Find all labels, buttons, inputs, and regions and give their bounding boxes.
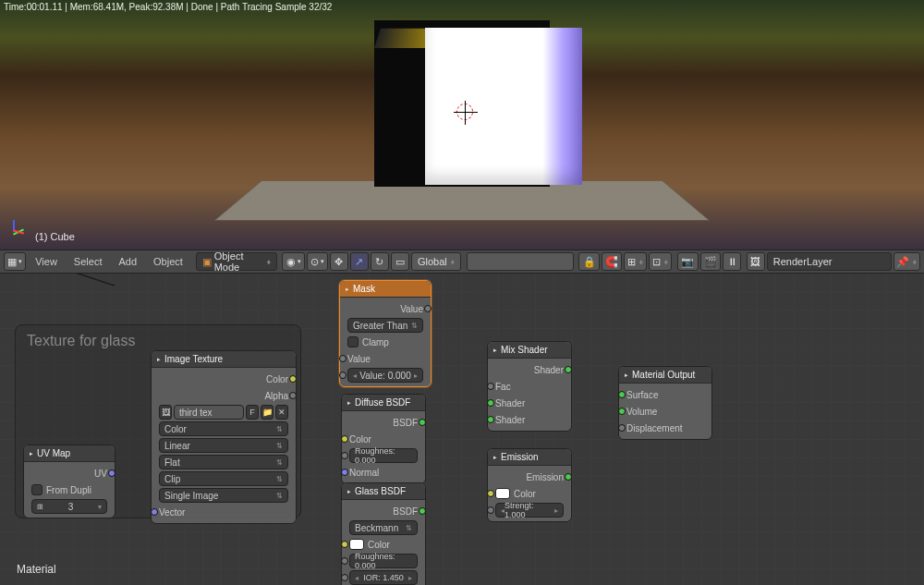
from-dupli-label: From Dupli xyxy=(46,485,91,495)
node-editor[interactable]: Texture for glass ▸UV Map UV From Dupli … xyxy=(0,274,924,585)
distribution-select[interactable]: Beckmann xyxy=(349,520,418,535)
image-name-field[interactable]: third tex xyxy=(174,405,244,420)
ground-plane xyxy=(214,181,710,221)
editor-type-button[interactable]: ▦▾ xyxy=(4,252,26,271)
extension-select[interactable]: Clip xyxy=(159,471,288,486)
material-name-label: Material xyxy=(17,563,56,576)
orientation-label: Global xyxy=(418,256,447,267)
uvmap-select[interactable]: ⊞3▾ xyxy=(31,499,107,514)
cursor-3d-icon xyxy=(456,104,473,120)
menu-object[interactable]: Object xyxy=(146,256,190,267)
color-swatch[interactable] xyxy=(349,539,364,550)
clamp-checkbox[interactable] xyxy=(347,336,359,347)
viewport-shading-button[interactable]: ◉▾ xyxy=(282,252,304,271)
roughness-field[interactable]: Roughnes: 0.000 xyxy=(349,554,418,568)
socket-in-shader2: Shader xyxy=(495,415,525,425)
image-browse-button[interactable]: 🖼 xyxy=(159,405,172,420)
render-status: Time:00:01.11 | Mem:68.41M, Peak:92.38M … xyxy=(4,2,332,12)
node-image-texture[interactable]: ▸Image Texture Color Alpha 🖼 third tex F… xyxy=(151,350,297,524)
node-title: Glass BSDF xyxy=(355,486,406,496)
socket-in-volume: Volume xyxy=(626,407,657,417)
socket-out-bsdf: BSDF xyxy=(393,506,418,517)
roughness-field[interactable]: Roughnes: 0.000 xyxy=(349,448,418,463)
orientation-select[interactable]: Global xyxy=(411,252,461,271)
socket-out-uv: UV xyxy=(94,469,107,479)
node-emission[interactable]: ▸Emission Emission Color ◂Strengt: 1.000… xyxy=(487,448,572,522)
node-title: Material Output xyxy=(632,370,695,380)
node-title: Mix Shader xyxy=(501,345,548,355)
viewport-3d[interactable]: Time:00:01.11 | Mem:68.41M, Peak:92.38M … xyxy=(0,0,924,250)
mode-label: Object Mode xyxy=(214,250,263,273)
mode-select[interactable]: ▣ Object Mode xyxy=(196,252,277,271)
socket-in-color: Color xyxy=(349,434,371,445)
renderlayer-icon[interactable]: 🖼 xyxy=(747,252,765,271)
node-uv-map[interactable]: ▸UV Map UV From Dupli ⊞3▾ xyxy=(23,445,116,518)
snap-element[interactable]: ⊞ xyxy=(624,252,647,271)
socket-in-surface: Surface xyxy=(626,390,658,400)
socket-in-value: Value xyxy=(347,354,371,364)
socket-in-color: Color xyxy=(368,540,390,550)
node-diffuse-bsdf[interactable]: ▸Diffuse BSDF BSDF Color Roughnes: 0.000… xyxy=(341,394,426,484)
manipulator-translate[interactable]: ↗ xyxy=(350,252,369,271)
image-unlink-button[interactable]: ✕ xyxy=(275,405,288,420)
renderlayer-field[interactable]: RenderLayer xyxy=(767,252,892,271)
gp-toggle[interactable]: ⏸ xyxy=(723,252,741,271)
image-fake-user[interactable]: F xyxy=(246,405,259,420)
lock-camera-button[interactable]: 🔒 xyxy=(578,252,599,271)
socket-out-shader: Shader xyxy=(534,365,564,375)
colorspace-select[interactable]: Color xyxy=(159,421,288,436)
socket-out-color: Color xyxy=(266,374,288,384)
strength-field[interactable]: ◂Strengt: 1.000▸ xyxy=(495,503,564,518)
active-object-label: (1) Cube xyxy=(35,231,75,242)
node-title: UV Map xyxy=(37,448,70,458)
pivot-button[interactable]: ⊙▾ xyxy=(307,252,328,271)
node-title: Mask xyxy=(353,284,375,294)
view3d-header: ▦▾ View Select Add Object ▣ Object Mode … xyxy=(0,250,924,274)
socket-in-displacement: Displacement xyxy=(626,423,683,433)
socket-in-shader1: Shader xyxy=(495,398,525,408)
node-mask[interactable]: ▸Mask Value Greater Than Clamp Value ◂Va… xyxy=(339,280,432,387)
render-anim-button[interactable]: 🎬 xyxy=(700,252,721,271)
socket-in-fac: Fac xyxy=(495,382,511,392)
snap-toggle[interactable]: 🧲 xyxy=(602,252,622,271)
menu-select[interactable]: Select xyxy=(67,256,110,267)
snap-target[interactable]: ⊡ xyxy=(649,252,672,271)
menu-view[interactable]: View xyxy=(28,256,65,267)
node-title: Diffuse BSDF xyxy=(355,397,410,408)
uvmap-name: 3 xyxy=(68,502,74,512)
menu-add[interactable]: Add xyxy=(111,256,144,267)
node-material-output[interactable]: ▸Material Output Surface Volume Displace… xyxy=(618,366,712,440)
node-mix-shader[interactable]: ▸Mix Shader Shader Fac Shader Shader xyxy=(487,341,572,432)
ior-field[interactable]: ◂IOR: 1.450▸ xyxy=(349,570,418,585)
socket-out-emission: Emission xyxy=(526,472,564,482)
projection-select[interactable]: Flat xyxy=(159,455,288,469)
math-op-select[interactable]: Greater Than xyxy=(347,318,423,333)
node-glass-bsdf[interactable]: ▸Glass BSDF BSDF Beckmann Color Roughnes… xyxy=(341,482,426,585)
socket-in-vector: Vector xyxy=(159,507,185,518)
socket-out-alpha: Alpha xyxy=(264,391,288,401)
cube-front xyxy=(425,28,582,185)
manipulator-toggle[interactable]: ✥ xyxy=(330,252,348,271)
layers-group[interactable] xyxy=(467,252,574,271)
color-swatch[interactable] xyxy=(495,488,510,499)
clamp-label: Clamp xyxy=(362,337,389,347)
image-open-button[interactable]: 📁 xyxy=(261,405,274,420)
source-select[interactable]: Single Image xyxy=(159,488,288,503)
manipulator-scale[interactable]: ▭ xyxy=(391,252,409,271)
renderlayer-name: RenderLayer xyxy=(773,256,833,267)
node-title: Emission xyxy=(501,452,539,462)
socket-in-color: Color xyxy=(514,489,536,499)
renderlayer-pin[interactable]: 📌 xyxy=(894,252,921,271)
socket-out-bsdf: BSDF xyxy=(393,418,418,428)
render-image-button[interactable]: 📷 xyxy=(677,252,698,271)
interp-select[interactable]: Linear xyxy=(159,438,288,453)
node-title: Image Texture xyxy=(164,354,223,364)
axis-gizmo xyxy=(7,220,30,242)
image-name: third tex xyxy=(179,408,213,418)
value-field[interactable]: ◂Value: 0.000▸ xyxy=(347,368,423,383)
socket-in-normal: Normal xyxy=(349,468,379,478)
socket-out-value: Value xyxy=(400,304,423,314)
manipulator-rotate[interactable]: ↻ xyxy=(371,252,389,271)
from-dupli-checkbox[interactable] xyxy=(31,484,43,495)
